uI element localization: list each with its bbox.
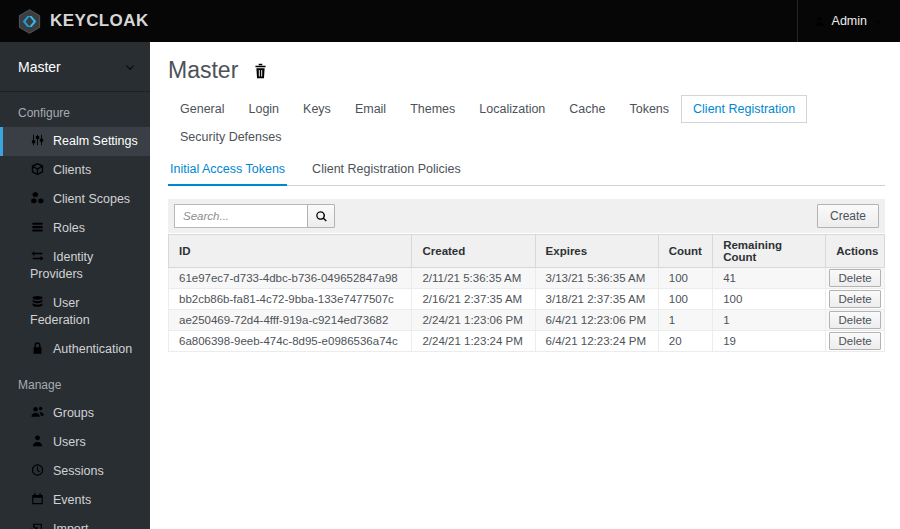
delete-button[interactable]: Delete [829,311,881,329]
delete-button[interactable]: Delete [829,290,881,308]
cell-id: bb2cb86b-fa81-4c72-9bba-133e7477507c [169,289,412,310]
lock-icon [30,341,45,355]
sidebar-item-label: Users [53,435,86,449]
sidebar-item[interactable]: Client Scopes [0,185,150,214]
sidebar-item-label: Clients [53,163,91,177]
main-content: Master GeneralLoginKeysEmailThemesLocali… [150,42,900,529]
sidebar-item-label: Import [53,522,88,529]
search-icon [315,210,328,223]
delete-button[interactable]: Delete [829,332,881,350]
realm-selector-label: Master [18,59,61,75]
sidebar-item-label: Client Scopes [53,192,130,206]
cell-expires: 3/13/21 5:36:35 AM [535,268,658,289]
user-icon [814,16,825,27]
clock-icon [30,463,45,477]
table-row: bb2cb86b-fa81-4c72-9bba-133e7477507c 2/1… [169,289,885,310]
realm-selector[interactable]: Master [0,42,150,92]
sidebar-item[interactable]: Groups [0,399,150,428]
table-body: 61e97ec7-d733-4dbc-b736-049652847a98 2/1… [169,268,885,352]
cell-expires: 3/18/21 2:37:35 AM [535,289,658,310]
cell-remaining-count: 1 [713,310,826,331]
tab[interactable]: Themes [398,95,467,123]
cell-count: 100 [658,289,712,310]
cell-id: 6a806398-9eeb-474c-8d95-e0986536a74c [169,331,412,352]
tab[interactable]: Cache [557,95,617,123]
tab[interactable]: Tokens [617,95,681,123]
sidebar-item[interactable]: Roles [0,214,150,243]
admin-user-menu[interactable]: Admin [797,0,900,42]
cell-remaining-count: 41 [713,268,826,289]
sidebar-section-manage: Manage [0,364,150,399]
tab[interactable]: Email [343,95,398,123]
search-button[interactable] [307,204,335,228]
cell-count: 1 [658,310,712,331]
keycloak-logo-icon [16,8,43,35]
sidebar-item[interactable]: Clients [0,156,150,185]
create-button[interactable]: Create [817,204,879,228]
cell-remaining-count: 100 [713,289,826,310]
column-header: ID [169,235,412,268]
search-group [174,204,335,228]
cell-remaining-count: 19 [713,331,826,352]
cube-icon [30,162,45,176]
subtab[interactable]: Client Registration Policies [310,154,463,185]
tab[interactable]: Login [236,95,291,123]
delete-button[interactable]: Delete [829,269,881,287]
sidebar-item-label: Groups [53,406,94,420]
sidebar-item[interactable]: Events [0,486,150,515]
keycloak-brand: KEYCLOAK [0,8,149,35]
sidebar-item-label: Realm Settings [53,134,138,148]
page-title: Master [168,57,238,84]
registration-subtabs: Initial Access TokensClient Registration… [168,154,885,186]
column-header: Actions [826,235,885,268]
cell-expires: 6/4/21 12:23:06 PM [535,310,658,331]
top-bar: KEYCLOAK Admin [0,0,900,42]
sidebar-section-configure: Configure [0,92,150,127]
cell-created: 2/24/21 1:23:24 PM [412,331,535,352]
sidebar-item-label: Events [53,493,91,507]
sidebar-item-label: Roles [53,221,85,235]
tab[interactable]: General [168,95,236,123]
tab[interactable]: Client Registration [681,95,807,123]
cell-created: 2/16/21 2:37:35 AM [412,289,535,310]
database-icon [30,295,45,309]
sidebar-item[interactable]: Import [0,515,150,529]
tab[interactable]: Keys [291,95,343,123]
sidebar-item[interactable]: Users [0,428,150,457]
calendar-icon [30,492,45,506]
list-icon [30,220,45,234]
user-icon [30,434,45,448]
subtab[interactable]: Initial Access Tokens [168,154,287,185]
tab[interactable]: Security Defenses [168,123,293,151]
table-toolbar: Create [168,199,885,233]
chevron-down-icon [874,17,882,25]
realm-tabs: GeneralLoginKeysEmailThemesLocalizationC… [168,95,885,151]
configure-nav: Realm SettingsClientsClient ScopesRolesI… [0,127,150,364]
sidebar-item[interactable]: Authentication [0,335,150,364]
sidebar-item[interactable]: User Federation [0,289,150,335]
brand-title: KEYCLOAK [50,11,149,31]
initial-access-tokens-table: IDCreatedExpiresCountRemaining CountActi… [168,234,885,352]
cell-created: 2/24/21 1:23:06 PM [412,310,535,331]
cubes-icon [30,191,45,205]
sidebar-item[interactable]: Identity Providers [0,243,150,289]
tab[interactable]: Localization [467,95,557,123]
exchange-icon [30,249,45,263]
manage-nav: GroupsUsersSessionsEventsImportExport [0,399,150,529]
table-row: 6a806398-9eeb-474c-8d95-e0986536a74c 2/2… [169,331,885,352]
cell-count: 20 [658,331,712,352]
cell-id: ae250469-72d4-4fff-919a-c9214ed73682 [169,310,412,331]
users-icon [30,405,45,419]
cell-id: 61e97ec7-d733-4dbc-b736-049652847a98 [169,268,412,289]
column-header: Expires [535,235,658,268]
trash-icon[interactable] [253,63,268,79]
sidebar-item[interactable]: Sessions [0,457,150,486]
table-header-row: IDCreatedExpiresCountRemaining CountActi… [169,235,885,268]
cell-count: 100 [658,268,712,289]
sidebar-item[interactable]: Realm Settings [0,127,150,156]
sliders-icon [30,133,45,147]
table-row: ae250469-72d4-4fff-919a-c9214ed73682 2/2… [169,310,885,331]
column-header: Count [658,235,712,268]
search-input[interactable] [174,204,308,228]
user-menu-label: Admin [832,14,867,28]
